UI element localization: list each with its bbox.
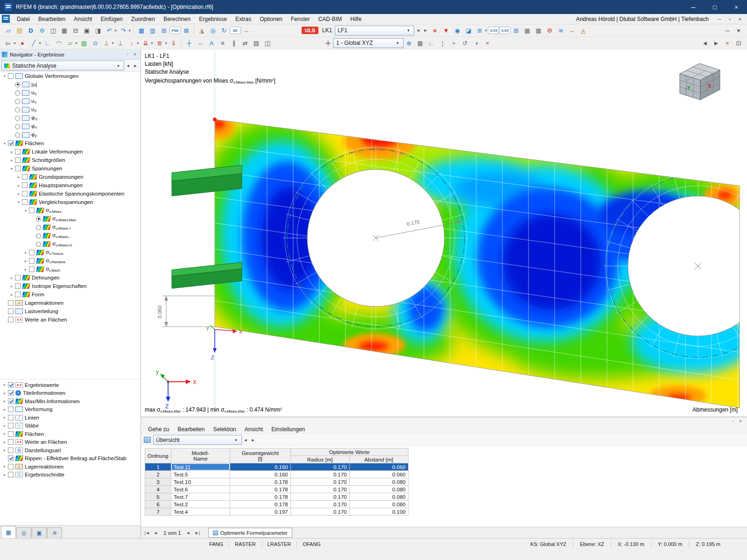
- cell-weight[interactable]: 0.160: [230, 463, 290, 471]
- cell-model-name[interactable]: Test.5: [171, 471, 230, 478]
- column-header-model-name[interactable]: Modell-Name: [171, 448, 230, 463]
- results-toggle-button-dropdown[interactable]: ▾: [484, 28, 488, 33]
- tree-item-v-rankine[interactable]: ▸σv,Rankine: [0, 257, 141, 265]
- open-model-button[interactable]: ▤: [14, 25, 25, 35]
- order-button[interactable]: ⇄: [240, 38, 251, 48]
- analysis-prev-button[interactable]: ◄: [124, 61, 132, 70]
- draw-line-button-dropdown[interactable]: ▾: [38, 41, 42, 45]
- expander-closed-icon[interactable]: ▸: [23, 267, 28, 272]
- checkbox[interactable]: [8, 406, 14, 412]
- tree-item-u-x[interactable]: uX: [0, 89, 141, 97]
- calculate-all-button[interactable]: ≋: [555, 25, 566, 35]
- table-export-button[interactable]: ⊠: [181, 25, 192, 35]
- cell-radius[interactable]: 0.170: [290, 486, 349, 493]
- nav-tab-display[interactable]: ▦: [1, 526, 16, 538]
- page-first-button[interactable]: |◄: [143, 529, 151, 537]
- menu-hilfe[interactable]: Hilfe: [346, 14, 366, 24]
- cell-abstand[interactable]: 0.080: [349, 486, 408, 493]
- expander-closed-icon[interactable]: ▸: [2, 473, 7, 477]
- tree-item-spannungen[interactable]: ▾Spannungen: [0, 164, 141, 173]
- visibility-button[interactable]: ◉: [451, 25, 463, 35]
- cell-ordnung[interactable]: 3: [145, 478, 171, 486]
- chevron-down-icon[interactable]: ▾: [405, 28, 411, 33]
- checkbox[interactable]: [15, 292, 21, 297]
- table-view-combo[interactable]: Übersicht ▾: [153, 435, 242, 445]
- tree-item-y[interactable]: φY: [0, 122, 141, 131]
- expander-open-icon[interactable]: ▾: [9, 167, 14, 171]
- text-annotation-button[interactable]: A: [206, 38, 217, 48]
- section-button[interactable]: ◫: [262, 38, 273, 48]
- checkbox[interactable]: [8, 390, 14, 396]
- draw-arc-button[interactable]: ◠: [53, 38, 64, 48]
- ek-button[interactable]: EK: [230, 27, 241, 34]
- panel-menu-ansicht[interactable]: Ansicht: [240, 425, 267, 434]
- checkbox[interactable]: [15, 275, 21, 280]
- line-support-button[interactable]: ⊥: [115, 38, 126, 48]
- measure-button[interactable]: ↔: [241, 25, 252, 35]
- rotate-view-button[interactable]: ↻: [218, 25, 230, 35]
- cell-radius[interactable]: 0.170: [290, 463, 349, 471]
- tree-item-z[interactable]: φZ: [0, 131, 141, 139]
- tree-item-fl-chen[interactable]: ▸Flächen: [0, 430, 141, 438]
- delete-button[interactable]: ×: [482, 38, 493, 48]
- cell-model-name[interactable]: Test.6: [171, 486, 230, 493]
- column-header-ordnung[interactable]: Ordnung: [145, 448, 171, 463]
- table-row-test-6[interactable]: 4Test.60.1780.1700.080: [145, 486, 409, 493]
- render-mode-button[interactable]: ◮: [196, 25, 207, 35]
- radio-button[interactable]: [36, 242, 41, 247]
- load-case-prev-button[interactable]: ◄: [414, 26, 422, 35]
- tree-item-lagerreaktionen[interactable]: ⊥Lagerreaktionen: [0, 299, 141, 307]
- checkbox[interactable]: [15, 166, 21, 171]
- renumber-button[interactable]: ⊕: [403, 38, 415, 48]
- expander-closed-icon[interactable]: ▸: [23, 251, 28, 255]
- close-button[interactable]: ×: [726, 0, 747, 14]
- cell-ordnung[interactable]: 5: [145, 493, 171, 501]
- webservice-button[interactable]: ⚙: [36, 25, 48, 35]
- expander-closed-icon[interactable]: ▸: [23, 259, 28, 263]
- maximize-button[interactable]: □: [704, 0, 726, 14]
- checkbox[interactable]: [15, 149, 21, 154]
- zoom-button[interactable]: ◎: [207, 25, 218, 35]
- mdi-restore-button[interactable]: ▫: [725, 14, 735, 24]
- panel-menu-bearbeiten[interactable]: Bearbeiten: [173, 425, 209, 434]
- load-case-combo[interactable]: LF1 ▾: [335, 26, 414, 35]
- ortho-button[interactable]: ∟: [426, 38, 437, 48]
- tree-item-globale-verformungen[interactable]: ▾Globale Verformungen: [0, 72, 141, 80]
- expander-open-icon[interactable]: ▾: [2, 141, 7, 146]
- table-row-test-11[interactable]: 1Test.110.1600.1700.060: [145, 463, 409, 471]
- expander-closed-icon[interactable]: ▸: [2, 464, 7, 469]
- draw-node-button[interactable]: ●: [17, 38, 28, 48]
- line-load-button-dropdown[interactable]: ▾: [150, 41, 154, 45]
- cell-ordnung[interactable]: 7: [145, 508, 171, 516]
- table-row-test-7[interactable]: 5Test.70.1780.1700.080: [145, 493, 409, 501]
- tree-item-titelinformationen[interactable]: ▸iTitelinformationen: [0, 389, 141, 398]
- distribute-button[interactable]: ∥: [228, 38, 240, 48]
- tree-item-linien[interactable]: ▸╱Linien: [0, 413, 141, 422]
- tree-item-u[interactable]: |u|: [0, 80, 141, 89]
- cell-model-name[interactable]: Test.2: [171, 501, 230, 508]
- cell-ordnung[interactable]: 1: [145, 463, 171, 471]
- node-support-button-dropdown[interactable]: ▾: [111, 41, 115, 45]
- align-button[interactable]: ≡: [217, 38, 228, 48]
- dimensions-button[interactable]: ↔: [566, 25, 578, 35]
- tree-item-form[interactable]: ▸Form: [0, 290, 141, 299]
- dimension-button[interactable]: ↔: [195, 38, 206, 48]
- expander-closed-icon[interactable]: ▸: [2, 407, 7, 412]
- tree-item-hauptspannungen[interactable]: ▸Hauptspannungen: [0, 181, 141, 189]
- rfem-logo-icon[interactable]: [2, 15, 10, 23]
- expander-closed-icon[interactable]: ▸: [9, 150, 14, 154]
- checkbox[interactable]: [22, 199, 28, 205]
- menu-optionen[interactable]: Optionen: [255, 14, 287, 24]
- nav-tab-views[interactable]: ▣: [32, 527, 47, 538]
- checkbox[interactable]: [22, 174, 28, 180]
- cell-weight[interactable]: 0.178: [230, 478, 290, 486]
- navigator-close-button[interactable]: ×: [131, 51, 139, 58]
- undo-button-dropdown[interactable]: ▾: [113, 28, 118, 33]
- checkbox[interactable]: [8, 431, 14, 437]
- checkbox[interactable]: [8, 455, 14, 461]
- dlubal-connect-button[interactable]: D: [25, 25, 36, 35]
- checkbox[interactable]: [8, 73, 14, 79]
- page-next-button[interactable]: ►: [185, 529, 193, 537]
- fea-scene[interactable]: 0.170 0.060: [141, 49, 747, 417]
- tree-item-darstellungsart[interactable]: ▸▨Darstellungsart: [0, 446, 141, 455]
